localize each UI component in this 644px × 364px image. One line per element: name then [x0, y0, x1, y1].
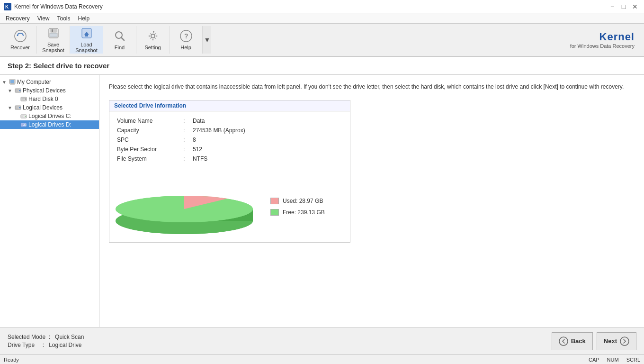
- status-bar: Selected Mode : Quick Scan Drive Type : …: [0, 327, 644, 355]
- hard-disk-icon: [20, 96, 27, 102]
- tree-logical-drive-d[interactable]: ▶ Logical Drives D:: [0, 120, 99, 129]
- svg-rect-16: [11, 83, 14, 84]
- volume-name-label: Volume Name: [117, 118, 183, 124]
- status-indicators: CAP NUM SCRL: [589, 357, 640, 363]
- toolbar: Recover Save Snapshot Load Snapshot Find: [0, 24, 644, 57]
- close-button[interactable]: ✕: [630, 2, 640, 11]
- help-label: Help: [180, 45, 191, 50]
- find-icon: [113, 29, 126, 43]
- load-snapshot-label: Load Snapshot: [70, 42, 103, 53]
- svg-point-31: [25, 116, 26, 117]
- next-button[interactable]: Next: [597, 332, 636, 350]
- svg-rect-28: [16, 107, 19, 107]
- recover-label: Recover: [10, 45, 30, 50]
- tree-hard-disk-0[interactable]: ▶ Hard Disk 0: [0, 95, 99, 103]
- save-snapshot-button[interactable]: Save Snapshot: [37, 26, 70, 54]
- back-button[interactable]: Back: [552, 332, 593, 350]
- description-text: Please select the logical drive that con…: [109, 82, 635, 91]
- next-arrow-icon: [620, 337, 629, 346]
- svg-point-19: [19, 90, 21, 91]
- svg-point-23: [25, 99, 27, 100]
- capacity-label: Capacity: [117, 127, 183, 134]
- svg-rect-20: [16, 90, 19, 90]
- maximize-button[interactable]: □: [618, 2, 629, 11]
- num-indicator: NUM: [607, 357, 619, 363]
- menu-help[interactable]: Help: [74, 14, 94, 23]
- drive-type-label: Drive Type: [8, 342, 35, 348]
- volume-name-value: Data: [193, 118, 205, 124]
- toolbar-more-button[interactable]: ▼: [203, 26, 211, 54]
- tree-logical-drive-c[interactable]: ▶ Logical Drives C:: [0, 112, 99, 120]
- logical-devices-icon: [15, 104, 21, 111]
- svg-rect-6: [50, 33, 57, 37]
- drive-info-row-bps: Byte Per Sector : 512: [117, 145, 342, 154]
- toolbar-logo: Kernel for Windows Data Recovery: [570, 31, 635, 49]
- right-panel: Please select the logical drive that con…: [99, 75, 644, 327]
- svg-rect-17: [10, 84, 15, 85]
- expand-icon-physical: ▼: [8, 88, 13, 93]
- minimize-button[interactable]: −: [607, 2, 617, 11]
- drive-info-row-spc: SPC : 8: [117, 135, 342, 145]
- recover-icon: [14, 29, 27, 43]
- drive-type-row: Drive Type : Logical Drive: [8, 342, 84, 348]
- app-icon: K: [4, 3, 11, 10]
- svg-rect-36: [21, 124, 24, 125]
- ready-text: Ready: [4, 357, 19, 363]
- tree-my-computer[interactable]: ▼ My Computer: [0, 78, 99, 86]
- title-bar-left: K Kernel for Windows Data Recovery: [4, 3, 103, 10]
- drive-info-row-fs: File System : NTFS: [117, 154, 342, 164]
- setting-button[interactable]: Setting: [136, 26, 170, 54]
- svg-rect-29: [16, 108, 18, 109]
- spc-label: SPC: [117, 136, 183, 143]
- capacity-value: 274536 MB (Approx): [193, 127, 245, 134]
- fs-value: NTFS: [193, 155, 207, 162]
- svg-text:?: ?: [184, 32, 188, 40]
- free-label: Free: 239.13 GB: [283, 209, 325, 216]
- drive-info-box: Selected Drive Information Volume Name :…: [109, 100, 350, 243]
- load-snapshot-button[interactable]: Load Snapshot: [70, 26, 103, 54]
- svg-rect-4: [51, 28, 56, 32]
- svg-rect-33: [21, 117, 23, 117]
- tree-logical-devices[interactable]: ▼ Logical Devices: [0, 103, 99, 112]
- menu-tools[interactable]: Tools: [53, 14, 74, 23]
- tree-physical-devices[interactable]: ▼ Physical Devices: [0, 86, 99, 95]
- title-bar-controls: − □ ✕: [607, 2, 640, 11]
- next-label: Next: [604, 337, 617, 345]
- back-label: Back: [571, 337, 586, 345]
- bps-label: Byte Per Sector: [117, 146, 183, 153]
- menu-recovery[interactable]: Recovery: [2, 14, 34, 23]
- setting-icon: [146, 29, 160, 43]
- save-snapshot-icon: [47, 27, 60, 40]
- physical-devices-icon: [15, 87, 21, 94]
- drive-info-table: Volume Name : Data Capacity : 274536 MB …: [109, 111, 350, 168]
- computer-icon: [9, 79, 16, 85]
- left-panel: ▼ My Computer ▼ Physical Devices ▶: [0, 75, 99, 327]
- find-button[interactable]: Find: [103, 26, 136, 54]
- menu-view[interactable]: View: [34, 14, 54, 23]
- svg-point-35: [25, 125, 26, 126]
- setting-label: Setting: [144, 45, 161, 50]
- selected-mode-value: Quick Scan: [55, 334, 84, 340]
- svg-rect-8: [85, 35, 88, 36]
- find-label: Find: [115, 45, 125, 50]
- logo-subtitle: for Windows Data Recovery: [570, 43, 635, 49]
- help-button[interactable]: ? Help: [170, 26, 203, 54]
- svg-rect-5: [52, 29, 53, 32]
- nav-buttons: Back Next: [552, 332, 636, 350]
- expand-icon-logical: ▼: [8, 105, 13, 110]
- menu-bar: Recovery View Tools Help: [0, 13, 644, 24]
- step-header: Step 2: Select drive to recover: [0, 57, 644, 75]
- svg-rect-25: [21, 100, 24, 100]
- save-snapshot-label: Save Snapshot: [37, 42, 70, 53]
- drive-d-icon: [20, 121, 27, 128]
- svg-point-42: [559, 337, 568, 346]
- bps-value: 512: [193, 146, 202, 153]
- back-arrow-icon: [559, 337, 568, 346]
- free-color-swatch: [270, 209, 279, 216]
- drive-c-icon: [20, 113, 27, 119]
- hard-disk-0-label: Hard Disk 0: [28, 96, 58, 102]
- recover-button[interactable]: Recover: [4, 26, 37, 54]
- svg-rect-37: [21, 125, 23, 126]
- svg-rect-21: [16, 91, 18, 91]
- svg-rect-24: [21, 98, 25, 99]
